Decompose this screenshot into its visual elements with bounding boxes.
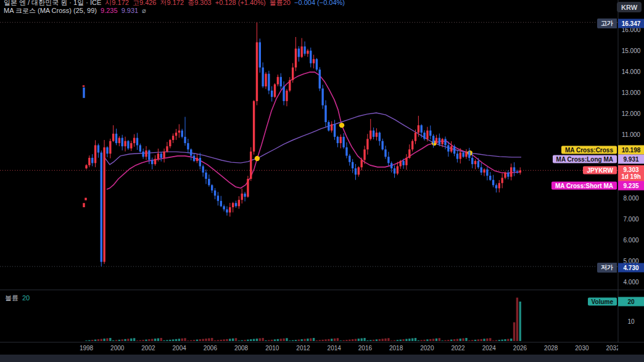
long-ma-value: 9.931 (122, 7, 139, 14)
clipped-bar-fragment (85, 198, 86, 200)
year-tick-label: 2006 (204, 345, 217, 352)
volume-badge-value: 20 (618, 297, 644, 306)
volume-pane-param: 20 (22, 294, 30, 302)
year-tick-label: 2012 (296, 345, 310, 352)
tradingview-chart-window: 일본 엔 / 대한민국 원 · 1일 · ICE 시9.172 고9.426 저… (0, 0, 644, 362)
year-tick-label: 2018 (389, 345, 403, 352)
year-tick-label: 2030 (575, 345, 588, 352)
open-value: 9.172 (112, 0, 129, 6)
time-axis[interactable]: 1998200020022004200620082010201220142016… (0, 343, 618, 355)
countdown-timer: 1d 19h (618, 173, 644, 180)
year-tick-label: 2008 (234, 345, 248, 352)
year-tick-label: 2024 (482, 345, 496, 352)
clipped-bar-fragment (83, 88, 85, 98)
symbol-price-axis-value: 9.3031d 19h (618, 165, 644, 181)
price-tick-label: 13.000 (618, 89, 644, 96)
year-tick-label: 2026 (513, 345, 527, 352)
year-tick-label: 2000 (110, 345, 124, 352)
currency-toggle-button[interactable]: KRW (617, 2, 642, 12)
volume-change: −0.004 (−0.04%) (294, 0, 345, 6)
price-tick-label: 6.000 (618, 236, 644, 243)
volume-label: 볼륨 (270, 0, 283, 6)
chart-canvas[interactable] (0, 0, 644, 362)
ma-cross-dot (339, 123, 344, 128)
ma-cross-dot (255, 156, 260, 161)
price-axis[interactable]: 17.00016.00015.00014.00013.00012.00011.0… (618, 0, 644, 355)
year-tick-label: 2016 (358, 345, 372, 352)
year-tick-label: 2020 (420, 345, 434, 352)
chart-background (0, 0, 644, 362)
price-tick-label: 14.000 (618, 68, 644, 75)
indicator-legend-row[interactable]: MA 크로스 (MA Cross) (25, 99) 9.235 9.931 ⌀ (4, 6, 148, 15)
low-value: 9.172 (167, 0, 184, 6)
ma-cross-short-axis-value: 9.235 (618, 181, 644, 190)
ma-cross-long-label: MA Cross:Long MA (553, 155, 617, 163)
volume-param: 20 (283, 0, 291, 6)
close-value: 9.303 (194, 0, 212, 6)
year-tick-label: 2028 (544, 345, 558, 352)
low-label: 저 (160, 0, 167, 6)
price-tick-label: 15.000 (618, 47, 644, 54)
clipped-bar-fragment (83, 203, 85, 207)
year-tick-label: 2002 (141, 345, 155, 352)
price-tick-label: 8.000 (618, 194, 644, 201)
low-price-axis-value: 4.730 (618, 263, 644, 273)
bottom-toolbar-strip (0, 355, 644, 362)
year-tick-label: 1998 (80, 345, 93, 352)
ma-cross-cross-axis-value: 10.198 (618, 145, 644, 154)
price-tick-label: 4.000 (618, 279, 644, 286)
symbol-price-label: JPYKRW (583, 167, 617, 175)
volume-pane-label: 볼륨 (5, 294, 19, 302)
change-value: +0.128 (+1.40%) (215, 0, 266, 6)
price-tick-label: 7.000 (618, 215, 644, 222)
ma-cross-cross-label: MA Cross:Cross (561, 146, 617, 154)
ma-cross-short-label: MA Cross:Short MA (551, 181, 617, 189)
cross-value: ⌀ (142, 7, 146, 14)
year-tick-label: 2004 (173, 345, 186, 352)
year-tick-label: 2014 (328, 345, 341, 352)
close-label: 종 (188, 0, 194, 6)
ma-cross-long-axis-value: 9.931 (618, 154, 644, 163)
high-label: 고 (133, 0, 139, 6)
clipped-bar-fragment (83, 85, 85, 86)
volume-pane-legend[interactable]: 볼륨20 (5, 294, 30, 303)
year-tick-label: 2022 (451, 345, 464, 352)
low-price-label: 저가 (597, 263, 617, 273)
high-price-label: 고가 (597, 19, 617, 28)
open-label: 시 (105, 0, 112, 6)
symbol-title[interactable]: 일본 엔 / 대한민국 원 · 1일 · ICE (4, 0, 101, 6)
year-tick-label: 2032 (606, 345, 619, 352)
volume-badge-label: Volume (588, 298, 617, 306)
year-tick-label: 2010 (265, 345, 279, 352)
price-tick-label: 11.000 (618, 131, 644, 138)
volume-tick-label: 10 (618, 318, 644, 325)
high-price-axis-value: 16.347 (618, 19, 644, 28)
short-ma-value: 9.235 (101, 7, 118, 14)
price-tick-label: 12.000 (618, 110, 644, 117)
indicator-title[interactable]: MA 크로스 (MA Cross) (25, 99) (4, 7, 97, 14)
high-value: 9.426 (139, 0, 157, 6)
